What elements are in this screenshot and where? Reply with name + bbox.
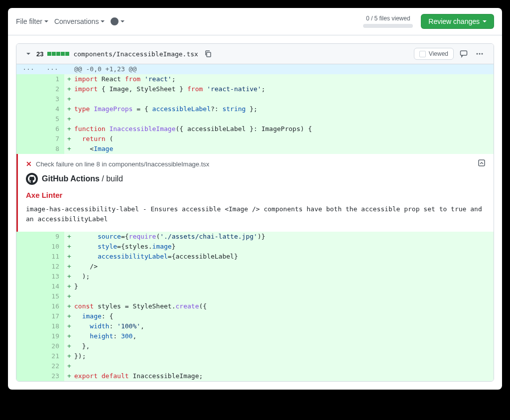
new-line-num[interactable]: 15	[40, 291, 64, 301]
new-line-num[interactable]: 12	[40, 262, 64, 272]
collapse-file-toggle[interactable]	[24, 50, 32, 58]
old-line-num	[16, 371, 40, 381]
old-line-num	[16, 74, 40, 84]
new-line-num[interactable]: 23	[40, 371, 64, 381]
file-path[interactable]: components/InaccessibleImage.tsx	[73, 50, 198, 58]
diff-line: 13+ );	[16, 272, 494, 281]
review-changes-button[interactable]: Review changes	[421, 14, 494, 29]
code-content: import { Image, StyleSheet } from 'react…	[74, 84, 494, 94]
diff-line: 15+	[16, 291, 494, 301]
new-line-num[interactable]: 20	[40, 341, 64, 351]
code-content: source={require('./assets/chai-latte.jpg…	[74, 232, 494, 242]
new-line-num[interactable]: 1	[40, 74, 64, 84]
diff-marker: +	[64, 311, 74, 321]
diff-line: 16+const styles = StyleSheet.create({	[16, 301, 494, 311]
new-line-num[interactable]: 10	[40, 242, 64, 252]
old-line-num	[16, 104, 40, 114]
diff-line: 6+function InaccessibleImage({ accessibl…	[16, 124, 494, 134]
old-line-num	[16, 232, 40, 242]
code-content: width: '100%',	[74, 321, 494, 331]
code-content: },	[74, 341, 494, 351]
old-line-num	[16, 301, 40, 311]
diff-line: 23+export default InaccessibleImage;	[16, 371, 494, 381]
diff-line: 22+	[16, 361, 494, 371]
code-content: function InaccessibleImage({ accessibleL…	[74, 124, 494, 134]
new-line-num[interactable]: 16	[40, 301, 64, 311]
expand-hunk[interactable]: ···	[40, 64, 64, 74]
svg-point-2	[477, 53, 478, 55]
new-line-num[interactable]: 21	[40, 351, 64, 361]
diff-line: 21+});	[16, 351, 494, 361]
old-line-num	[16, 242, 40, 252]
diffstat-icon	[47, 52, 69, 56]
svg-rect-1	[461, 51, 467, 55]
new-line-num[interactable]: 2	[40, 84, 64, 94]
new-line-num[interactable]: 8	[40, 144, 64, 154]
new-line-num[interactable]: 7	[40, 134, 64, 144]
diff-line: 5+	[16, 114, 494, 124]
diff-marker: +	[64, 321, 74, 331]
caret-down-icon	[121, 20, 125, 22]
settings-dropdown[interactable]	[111, 17, 125, 25]
new-line-num[interactable]: 6	[40, 124, 64, 134]
collapse-annotation-button[interactable]	[478, 159, 486, 167]
code-content	[74, 291, 494, 301]
viewed-toggle[interactable]: Viewed	[414, 48, 454, 60]
svg-point-3	[479, 53, 481, 55]
new-line-num[interactable]: 17	[40, 311, 64, 321]
annotation-source: GitHub Actions / build	[42, 174, 123, 183]
diff-line: 2+import { Image, StyleSheet } from 'rea…	[16, 84, 494, 94]
diff-marker: +	[64, 104, 74, 114]
new-line-num[interactable]: 14	[40, 281, 64, 291]
comment-button[interactable]	[458, 48, 470, 60]
code-content: return (	[74, 134, 494, 144]
diff-table: 9+ source={require('./assets/chai-latte.…	[16, 232, 494, 381]
new-line-num[interactable]: 22	[40, 361, 64, 371]
caret-down-icon	[483, 20, 487, 22]
new-line-num[interactable]: 5	[40, 114, 64, 124]
diff-line: 19+ height: 300,	[16, 331, 494, 341]
diff-marker: +	[64, 301, 74, 311]
new-line-num[interactable]: 4	[40, 104, 64, 114]
new-line-num[interactable]: 18	[40, 321, 64, 331]
old-line-num	[16, 291, 40, 301]
chevron-down-icon	[24, 50, 32, 58]
conversations-dropdown[interactable]: Conversations	[54, 17, 105, 25]
new-line-num[interactable]: 9	[40, 232, 64, 242]
old-line-num	[16, 94, 40, 104]
old-line-num	[16, 321, 40, 331]
diff-line: 7+ return (	[16, 134, 494, 144]
copy-path-button[interactable]	[202, 48, 214, 60]
old-line-num	[16, 84, 40, 94]
diff-marker: +	[64, 291, 74, 301]
new-line-num[interactable]: 11	[40, 252, 64, 262]
additions-count: 23	[36, 50, 43, 58]
file-menu-button[interactable]	[474, 48, 486, 60]
code-content: import React from 'react';	[74, 74, 494, 84]
file-filter-dropdown[interactable]: File filter	[16, 17, 48, 25]
gear-icon	[111, 17, 119, 25]
old-line-num	[16, 341, 40, 351]
old-line-num	[16, 114, 40, 124]
old-line-num	[16, 272, 40, 281]
diff-table: ··· ··· @@ -0,0 +1,23 @@ 1+import React …	[16, 64, 494, 154]
hunk-header-row: ··· ··· @@ -0,0 +1,23 @@	[16, 64, 494, 74]
diff-marker: +	[64, 242, 74, 252]
expand-hunk[interactable]: ···	[16, 64, 40, 74]
new-line-num[interactable]: 19	[40, 331, 64, 341]
svg-point-4	[482, 53, 483, 55]
code-content: />	[74, 262, 494, 272]
diff-line: 17+ image: {	[16, 311, 494, 321]
code-content: image: {	[74, 311, 494, 321]
diff-marker: +	[64, 124, 74, 134]
diff-toolbar: File filter Conversations 0 / 5 files vi…	[8, 8, 502, 35]
diff-marker: +	[64, 144, 74, 154]
linter-message: image-has-accessibility-label - Ensures …	[26, 204, 486, 224]
new-line-num[interactable]: 3	[40, 94, 64, 104]
new-line-num[interactable]: 13	[40, 272, 64, 281]
diff-line: 10+ style={styles.image}	[16, 242, 494, 252]
caret-down-icon	[44, 20, 48, 22]
old-line-num	[16, 262, 40, 272]
caret-down-icon	[101, 20, 105, 22]
diff-marker: +	[64, 232, 74, 242]
